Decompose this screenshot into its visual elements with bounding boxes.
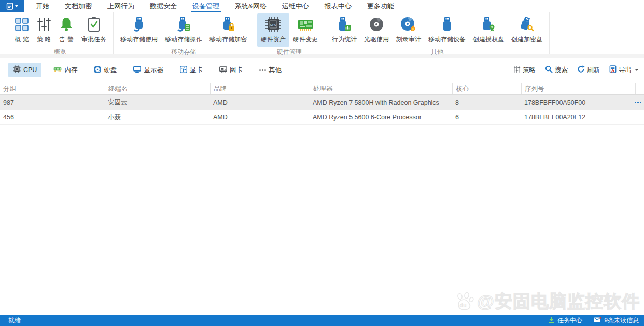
usb-operation-icon — [177, 16, 190, 33]
column-header-cores[interactable]: 核心 — [452, 83, 521, 94]
ribbon-item-label: 创建加密盘 — [511, 35, 542, 44]
ribbon-group-removable-storage: 移动存储使用 移动存储操作 移动存储加密 移动存储 — [114, 12, 254, 54]
download-arrow-icon — [548, 317, 555, 325]
action-label: 策略 — [523, 66, 536, 75]
cell-processor: AMD Ryzen 7 5800H with Radeon Graphics — [310, 99, 452, 106]
ribbon-item-policy[interactable]: 策 略 — [33, 13, 55, 47]
status-text: 就绪 — [8, 316, 21, 325]
ribbon-item-hardware-assets[interactable]: CPU 硬件资产 — [257, 13, 289, 47]
svg-text:du: du — [459, 302, 466, 308]
ribbon-item-label: 审批任务 — [81, 35, 106, 44]
tab-memory[interactable]: 内存 — [49, 63, 82, 77]
watermark: du @安固电脑监控软件 — [454, 290, 640, 314]
usb-device-icon — [441, 16, 453, 33]
menu-item-web-behavior[interactable]: 上网行为 — [100, 0, 142, 12]
menu-item-data-security[interactable]: 数据安全 — [142, 0, 185, 12]
cd-drive-icon — [368, 16, 385, 33]
menu-item-ops-center[interactable]: 运维中心 — [274, 0, 317, 12]
ribbon-item-approval-tasks[interactable]: 审批任务 — [78, 13, 110, 47]
tab-label: CPU — [23, 66, 37, 74]
ribbon-item-burn-audit[interactable]: 刻录审计 — [393, 13, 425, 47]
ribbon-group-label: 概览 — [10, 47, 110, 59]
ribbon-item-label: 光驱使用 — [364, 35, 389, 44]
ribbon-item-behavior-stats[interactable]: 行为统计 — [328, 13, 360, 47]
app-window: 开始 文档加密 上网行为 数据安全 设备管理 系统&网络 运维中心 报表中心 更… — [0, 0, 644, 326]
ribbon: 概 览 策 略 告 警 — [0, 12, 644, 54]
menu-item-report-center[interactable]: 报表中心 — [317, 0, 359, 12]
policy-button[interactable]: 策略 — [513, 66, 536, 75]
tab-gpu[interactable]: 显卡 — [175, 63, 207, 77]
column-header-actions — [635, 83, 644, 94]
ribbon-item-overview[interactable]: 概 览 — [10, 13, 33, 47]
task-center-label: 任务中心 — [557, 316, 582, 325]
overview-grid-icon — [14, 16, 30, 33]
tab-cpu[interactable]: CPU — [8, 63, 41, 77]
cell-terminal: 安固云 — [105, 98, 210, 107]
export-icon — [609, 65, 617, 75]
sub-toolbar: CPU 内存 硬盘 显示器 — [0, 62, 644, 78]
cell-cores: 6 — [452, 114, 521, 121]
column-header-terminal[interactable]: 终端名 — [105, 83, 210, 94]
tab-label: 内存 — [64, 66, 77, 75]
cell-processor: AMD Ryzen 5 5600 6-Core Processor — [310, 114, 452, 121]
menu-item-doc-encrypt[interactable]: 文档加密 — [57, 0, 100, 12]
action-label: 导出 — [619, 66, 632, 75]
policy-sliders-icon — [37, 16, 51, 33]
menu-item-more-features[interactable]: 更多功能 — [359, 0, 402, 12]
ribbon-item-label: 移动存储操作 — [165, 35, 202, 44]
cell-terminal: 小聂 — [105, 113, 210, 122]
tab-nic[interactable]: 网卡 — [215, 63, 247, 77]
column-header-group[interactable]: 分组 — [0, 83, 105, 94]
app-logo-icon — [6, 3, 13, 10]
column-header-brand[interactable]: 品牌 — [210, 83, 310, 94]
row-more-actions-button[interactable] — [635, 102, 644, 103]
refresh-button[interactable]: 刷新 — [577, 65, 600, 75]
tab-monitor[interactable]: 显示器 — [129, 63, 168, 77]
ribbon-group-label: 其他 — [328, 47, 546, 59]
ribbon-item-create-encrypted-disk[interactable]: 创建加密盘 — [508, 13, 546, 47]
cell-serial: 178BFBFF00A50F00 — [521, 99, 635, 106]
app-menu-button[interactable] — [0, 0, 24, 12]
ribbon-item-label: 策 略 — [37, 35, 51, 44]
tab-label: 硬盘 — [104, 66, 117, 75]
search-icon — [545, 65, 553, 75]
cell-group: 987 — [0, 99, 105, 106]
menu-item-device-management[interactable]: 设备管理 — [185, 0, 227, 12]
ribbon-item-cd-usage[interactable]: 光驱使用 — [360, 13, 393, 47]
tab-label: 显示器 — [144, 66, 163, 75]
tab-other[interactable]: 其他 — [255, 63, 286, 77]
gpu-fan-icon — [180, 66, 187, 75]
column-header-processor[interactable]: 处理器 — [310, 83, 452, 94]
ribbon-item-hardware-change[interactable]: 硬件变更 — [289, 13, 321, 47]
ribbon-item-usb-device[interactable]: 移动存储设备 — [425, 13, 469, 47]
unread-messages-button[interactable]: 9条未读信息 — [594, 316, 639, 325]
ribbon-item-usb-usage[interactable]: 移动存储使用 — [117, 13, 161, 47]
task-center-button[interactable]: 任务中心 — [548, 316, 582, 325]
column-header-serial[interactable]: 序列号 — [521, 83, 635, 94]
ribbon-item-create-authorized-disk[interactable]: 创建授权盘 — [469, 13, 508, 47]
ribbon-item-usb-encrypt[interactable]: 移动存储加密 — [206, 13, 250, 47]
ribbon-group-overview: 概 览 策 略 告 警 — [7, 12, 114, 54]
tab-disk[interactable]: 硬盘 — [89, 63, 121, 77]
action-label: 搜索 — [555, 66, 568, 75]
ribbon-group-hardware-management: CPU 硬件资产 硬件变更 硬件管理 — [254, 12, 325, 54]
svg-text:CPU: CPU — [270, 23, 277, 26]
table-row[interactable]: 987 安固云 AMD AMD Ryzen 7 5800H with Radeo… — [0, 95, 644, 110]
chevron-down-icon — [635, 69, 639, 71]
usb-encrypt-icon — [221, 16, 235, 33]
ribbon-group-label: 硬件管理 — [257, 47, 321, 59]
ribbon-item-alert[interactable]: 告 警 — [55, 13, 78, 47]
table-row[interactable]: 456 小聂 AMD AMD Ryzen 5 5600 6-Core Proce… — [0, 110, 644, 125]
monitor-icon — [133, 66, 141, 75]
ribbon-item-usb-operation[interactable]: 移动存储操作 — [161, 13, 206, 47]
cell-serial: 178BFBFF00A20F12 — [521, 114, 635, 121]
export-button[interactable]: 导出 — [609, 65, 639, 75]
tab-label: 显卡 — [190, 66, 203, 75]
policy-sliders-icon — [513, 66, 521, 75]
menu-bar: 开始 文档加密 上网行为 数据安全 设备管理 系统&网络 运维中心 报表中心 更… — [0, 0, 644, 12]
menu-item-system-network[interactable]: 系统&网络 — [227, 0, 274, 12]
menu-item-start[interactable]: 开始 — [28, 0, 57, 12]
search-button[interactable]: 搜索 — [545, 65, 568, 75]
refresh-icon — [577, 65, 585, 75]
ribbon-item-label: 创建授权盘 — [473, 35, 504, 44]
